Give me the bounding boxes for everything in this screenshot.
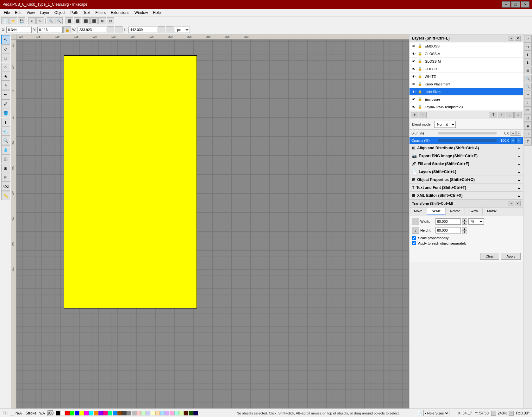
swatch-light-pink[interactable] <box>136 411 141 415</box>
gradient-tool[interactable]: ◫ <box>1 154 10 163</box>
transform-close-btn[interactable]: ✕ <box>515 201 521 206</box>
h-decrease-btn[interactable]: − <box>158 26 165 33</box>
opacity-increase-btn[interactable]: + <box>510 138 516 143</box>
text-tool[interactable]: T <box>1 118 10 127</box>
swatch-white[interactable] <box>60 411 65 415</box>
measure-tool[interactable]: 📏 <box>1 191 10 200</box>
blur-decrease-btn[interactable]: − <box>516 131 521 136</box>
xmled-section-header[interactable]: ⊞ XML Editor (Shift+Ctrl+X) ▲ <box>410 192 523 199</box>
swatch-peach[interactable] <box>155 411 160 415</box>
circle-tool[interactable]: ○ <box>1 63 10 72</box>
menu-extensions[interactable]: Extensions <box>108 10 132 16</box>
swatch-brown[interactable] <box>117 411 122 415</box>
layer-eye-hole[interactable]: 👁 <box>411 89 416 95</box>
ri-flip-v-btn[interactable]: ↕ <box>524 98 532 106</box>
layer-lock-knob[interactable]: 🔒 <box>417 81 423 87</box>
layer-lock-white[interactable]: 🔒 <box>417 74 423 79</box>
swatch-dark-gray[interactable] <box>122 411 127 415</box>
fill-section-header[interactable]: 🖊 Fill and Stroke (Shift+Ctrl+F) ▲ <box>410 160 523 168</box>
layer-row-tayda[interactable]: 👁 🔒 Tayda-125B-TemplateV3 <box>410 103 523 111</box>
swatch-light-blue[interactable] <box>146 411 150 415</box>
blend-mode-select[interactable]: Normal Multiply Screen Overlay <box>434 121 456 128</box>
spray-tool[interactable]: 💨 <box>1 127 10 136</box>
transform-minimize-btn[interactable]: − <box>509 201 514 206</box>
maximize-button[interactable]: □ <box>511 1 520 8</box>
tab-matrix[interactable]: Matrix <box>483 208 501 215</box>
menu-window[interactable]: Window <box>132 10 151 16</box>
save-btn[interactable]: 💾 <box>18 17 25 24</box>
layer-eye-tayda[interactable]: 👁 <box>411 104 416 110</box>
ri-zoom-out-btn[interactable]: 🔍 <box>524 83 532 90</box>
layer-lock-glossv[interactable]: 🔒 <box>417 51 423 57</box>
h-increase-btn[interactable]: + <box>166 26 173 33</box>
zoom-decrease-btn[interactable]: − <box>491 411 496 416</box>
ri-align-btn[interactable]: ⊟ <box>524 114 532 122</box>
layer-row-glossm[interactable]: 👁 🔒 GLOSS-M <box>410 58 523 65</box>
zoom-tool[interactable]: 🔍 <box>1 136 10 145</box>
rect-tool[interactable]: □ <box>1 53 10 62</box>
ri-group-btn[interactable]: □ <box>524 130 532 138</box>
tab-scale[interactable]: Scale <box>427 208 446 215</box>
y-input[interactable]: 0.116 <box>37 27 63 33</box>
layer-row-hole[interactable]: 👁 🔒 Hole Sizes <box>410 88 523 96</box>
new-btn[interactable]: 📄 <box>1 17 9 24</box>
layers-panel-minimize[interactable]: − <box>509 36 514 41</box>
tab-skew[interactable]: Skew <box>465 208 483 215</box>
export-section-header[interactable]: 📷 Export PNG Image (Shift+Ctrl+E) ▲ <box>410 152 523 160</box>
swatch-seafoam[interactable] <box>174 411 179 415</box>
layer-row-glossv[interactable]: 👁 🔒 GLOSS-V <box>410 50 523 58</box>
unit-select[interactable]: pxmmcmin <box>174 27 190 33</box>
zoom-out-btn[interactable]: 🔍 <box>55 17 63 24</box>
layer-eye-knob[interactable]: 👁 <box>411 81 416 87</box>
layers-panel-close[interactable]: ✕ <box>515 36 521 41</box>
align-right-btn[interactable]: ⬛ <box>82 17 90 24</box>
swatch-light-gray[interactable] <box>132 411 136 415</box>
align-center-btn[interactable]: ⬛ <box>74 17 81 24</box>
height-input[interactable] <box>435 227 461 233</box>
swatch-cyan[interactable] <box>89 411 93 415</box>
swatch-light-green[interactable] <box>141 411 146 415</box>
swatch-dark-brown[interactable] <box>184 411 188 415</box>
redo-btn[interactable]: ↪ <box>36 17 44 24</box>
w-input[interactable]: 233.923 <box>78 27 106 33</box>
height-step-down[interactable]: ▼ <box>462 230 467 233</box>
node-tool[interactable]: ◇ <box>1 44 10 53</box>
blur-slider[interactable] <box>438 132 497 134</box>
open-btn[interactable]: 📂 <box>9 17 17 24</box>
swatch-red[interactable] <box>65 411 70 415</box>
swatch-orange[interactable] <box>94 411 98 415</box>
menu-layer[interactable]: Layer <box>37 10 52 16</box>
ri-text-btn[interactable]: T <box>524 138 532 146</box>
add-layer-btn[interactable]: + <box>411 112 418 118</box>
layer-lock-tayda[interactable]: 🔒 <box>417 104 423 110</box>
menu-text[interactable]: Text <box>81 10 93 16</box>
ri-undo-btn[interactable]: ↩ <box>524 35 532 43</box>
zoom-increase-btn[interactable]: + <box>509 411 514 416</box>
layer-lock-emboss[interactable]: 🔒 <box>417 43 423 49</box>
layer-row-enclosure[interactable]: 👁 🔒 Enclosure <box>410 96 523 103</box>
swatch-rose[interactable] <box>170 411 174 415</box>
w-increase-btn[interactable]: + <box>115 26 122 33</box>
swatch-dark-green[interactable] <box>189 411 193 415</box>
clear-button[interactable]: Clear <box>480 253 499 260</box>
blur-increase-btn[interactable]: + <box>510 131 516 136</box>
menu-object[interactable]: Object <box>52 10 68 16</box>
width-unit-select[interactable]: %pxmm <box>468 218 484 225</box>
layer-eye-emboss[interactable]: 👁 <box>411 43 416 49</box>
opacity-status-input[interactable]: 100 <box>47 410 53 416</box>
layer-lock-hole[interactable]: 🔒 <box>417 89 423 95</box>
swatch-dark-blue[interactable] <box>193 411 198 415</box>
swatch-baby-blue[interactable] <box>160 411 165 415</box>
swatch-light-yellow[interactable] <box>151 411 155 415</box>
swatch-blue[interactable] <box>75 411 79 415</box>
minimize-button[interactable]: − <box>502 1 510 8</box>
width-step-up[interactable]: ▲ <box>462 218 467 221</box>
layer-eye-color[interactable]: 👁 <box>411 66 416 72</box>
layer-raise-to-top-btn[interactable]: ⤒ <box>490 112 497 118</box>
swatch-yellow[interactable] <box>79 411 84 415</box>
ri-zoom-fit-btn[interactable]: ⊞ <box>524 67 532 74</box>
apply-each-checkbox[interactable] <box>412 241 416 245</box>
layer-row-white[interactable]: 👁 🔒 WHITE <box>410 73 523 80</box>
w-decrease-btn[interactable]: − <box>107 26 114 33</box>
layer-eye-glossv[interactable]: 👁 <box>411 51 416 57</box>
